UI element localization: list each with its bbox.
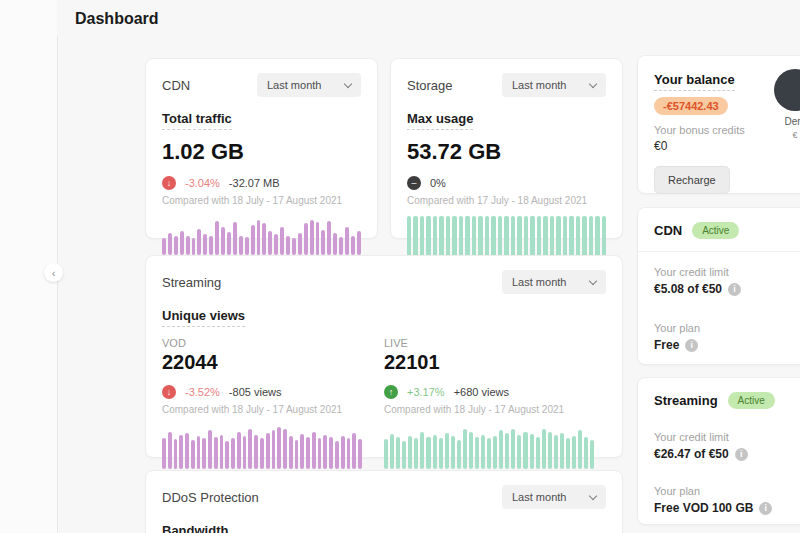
cdn-plan-value: Free xyxy=(654,338,679,352)
storage-card: Storage Last month Max usage 53.72 GB – … xyxy=(390,58,623,239)
live-change-abs: +680 views xyxy=(454,386,509,398)
vod-compare-text: Compared with 18 July - 17 August 2021 xyxy=(162,404,384,415)
chevron-down-icon xyxy=(589,79,597,87)
info-icon[interactable]: i xyxy=(735,448,748,461)
cdn-change-abs: -32.07 MB xyxy=(229,177,280,189)
sidebar-cdn-card: CDN Active Your credit limit €5.08 of €5… xyxy=(637,207,800,365)
trend-up-icon: ↑ xyxy=(384,385,398,399)
sidebar-cdn-title: CDN xyxy=(654,223,682,238)
vod-label: VOD xyxy=(162,337,384,349)
streaming-card-title: Streaming xyxy=(162,275,221,290)
vod-change-abs: -805 views xyxy=(229,386,282,398)
ddos-period-value: Last month xyxy=(512,491,566,503)
ddos-metric-label: Bandwidth xyxy=(162,523,228,533)
vod-value: 22044 xyxy=(162,351,384,374)
streaming-period-dropdown[interactable]: Last month xyxy=(502,270,606,294)
trend-flat-icon: – xyxy=(407,176,421,190)
live-value: 22101 xyxy=(384,351,606,374)
chevron-down-icon xyxy=(344,79,352,87)
cdn-period-value: Last month xyxy=(267,79,321,91)
page-title: Dashboard xyxy=(75,10,159,28)
info-icon[interactable]: i xyxy=(728,283,741,296)
cdn-card: CDN Last month Total traffic 1.02 GB ↓ -… xyxy=(145,58,378,239)
chevron-left-icon: ‹ xyxy=(52,267,56,279)
info-icon[interactable]: i xyxy=(759,502,772,515)
storage-card-title: Storage xyxy=(407,78,453,93)
streaming-status-badge: Active xyxy=(728,392,775,409)
cdn-card-title: CDN xyxy=(162,78,190,93)
streaming-credit-limit-label: Your credit limit xyxy=(654,431,800,443)
balance-card: Your balance -€57442.43 Your bonus credi… xyxy=(637,55,800,194)
storage-period-value: Last month xyxy=(512,79,566,91)
live-label: LIVE xyxy=(384,337,606,349)
ddos-card: DDoS Protection Last month Bandwidth xyxy=(145,470,623,533)
vod-views-chart xyxy=(162,425,362,469)
sidebar-divider xyxy=(57,36,58,533)
streaming-metric-label: Unique views xyxy=(162,308,245,327)
info-icon[interactable]: i xyxy=(685,339,698,352)
streaming-credit-limit-value: €26.47 of €50 xyxy=(654,447,729,461)
live-change-pct: +3.17% xyxy=(407,386,445,398)
live-views-chart xyxy=(384,425,594,469)
streaming-plan-value: Free VOD 100 GB xyxy=(654,501,753,515)
bonus-credits-value: €0 xyxy=(654,139,800,153)
live-column: LIVE 22101 ↑ +3.17% +680 views Compared … xyxy=(384,327,606,469)
sidebar-collapse-button[interactable]: ‹ xyxy=(44,263,63,282)
cdn-value: 1.02 GB xyxy=(162,139,361,165)
cdn-metric-label: Total traffic xyxy=(162,111,232,130)
cdn-plan-label: Your plan xyxy=(654,322,800,334)
cdn-compare-text: Compared with 18 July - 17 August 2021 xyxy=(162,195,361,206)
storage-metric-label: Max usage xyxy=(407,111,473,130)
streaming-plan-label: Your plan xyxy=(654,485,800,497)
live-compare-text: Compared with 18 July - 17 August 2021 xyxy=(384,404,606,415)
dashboard-screen: ‹ Dashboard CDN Last month Total traffic… xyxy=(0,0,800,533)
vod-change-pct: -3.52% xyxy=(185,386,220,398)
storage-value: 53.72 GB xyxy=(407,139,606,165)
divider xyxy=(638,251,800,252)
storage-period-dropdown[interactable]: Last month xyxy=(502,73,606,97)
balance-amount-badge: -€57442.43 xyxy=(654,97,728,115)
cdn-period-dropdown[interactable]: Last month xyxy=(257,73,361,97)
chevron-down-icon xyxy=(589,491,597,499)
ddos-period-dropdown[interactable]: Last month xyxy=(502,485,606,509)
streaming-card: Streaming Last month Unique views VOD 22… xyxy=(145,255,623,458)
streaming-period-value: Last month xyxy=(512,276,566,288)
cdn-traffic-chart xyxy=(162,216,361,260)
cdn-status-badge: Active xyxy=(692,222,739,239)
storage-compare-text: Compared with 17 July - 18 August 2021 xyxy=(407,195,606,206)
storage-change-pct: 0% xyxy=(430,177,446,189)
trend-down-icon: ↓ xyxy=(162,385,176,399)
user-name: Dem xyxy=(768,116,800,127)
vod-column: VOD 22044 ↓ -3.52% -805 views Compared w… xyxy=(162,327,384,469)
storage-usage-chart xyxy=(407,216,606,260)
trend-down-icon: ↓ xyxy=(162,176,176,190)
ddos-card-title: DDoS Protection xyxy=(162,490,259,505)
recharge-button[interactable]: Recharge xyxy=(654,166,730,194)
cdn-credit-limit-label: Your credit limit xyxy=(654,266,800,278)
user-balance-sub: € xyxy=(768,130,800,140)
sidebar-streaming-card: Streaming Active Your credit limit €26.4… xyxy=(637,377,800,525)
cdn-change-pct: -3.04% xyxy=(185,177,220,189)
sidebar-streaming-title: Streaming xyxy=(654,393,718,408)
cdn-credit-limit-value: €5.08 of €50 xyxy=(654,282,722,296)
chevron-down-icon xyxy=(589,276,597,284)
